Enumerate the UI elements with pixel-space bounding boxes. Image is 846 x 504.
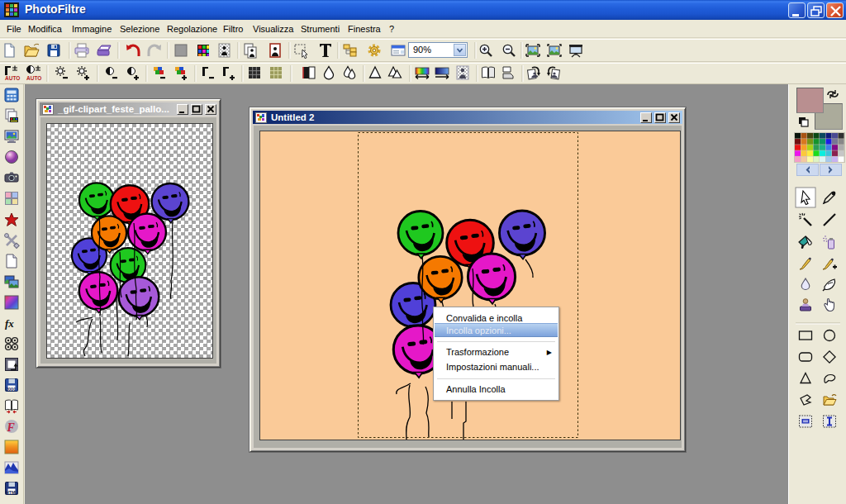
svg-text:F: F	[7, 421, 16, 434]
svg-text:HTML: HTML	[6, 490, 18, 495]
svg-text:fx: fx	[5, 317, 14, 330]
svg-text:AUTO: AUTO	[26, 75, 41, 81]
svg-text:2000: 2000	[6, 387, 16, 392]
svg-text:AUTO: AUTO	[5, 75, 20, 81]
